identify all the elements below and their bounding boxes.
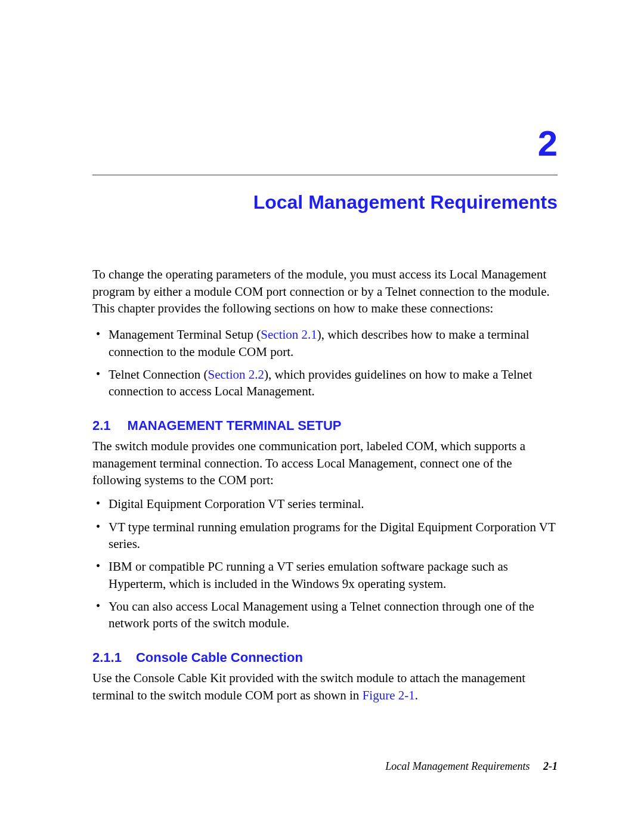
subsection-heading-2-1-1: 2.1.1Console Cable Connection [92,649,558,667]
bullet-text: IBM or compatible PC running a VT series… [109,559,508,590]
section-bullet-list: Digital Equipment Corporation VT series … [92,496,558,631]
bullet-text: Management Terminal Setup ( [109,327,261,342]
page-number: 2-1 [543,760,558,772]
subsection-number: 2.1.1 [92,650,122,665]
xref-link[interactable]: Section 2.2 [208,367,264,382]
chapter-rule [92,175,558,175]
chapter-number: 2 [92,119,558,168]
xref-link[interactable]: Figure 2-1 [363,688,415,702]
section-heading-2-1: 2.1MANAGEMENT TERMINAL SETUP [92,417,558,435]
page-footer: Local Management Requirements 2-1 [385,759,558,773]
chapter-title: Local Management Requirements [92,190,558,215]
list-item: IBM or compatible PC running a VT series… [92,558,558,592]
paragraph-text: . [415,688,418,702]
intro-bullet-list: Management Terminal Setup (Section 2.1),… [92,326,558,400]
list-item: Digital Equipment Corporation VT series … [92,496,558,512]
subsection-paragraph: Use the Console Cable Kit provided with … [92,670,558,704]
section-paragraph: The switch module provides one communica… [92,438,558,488]
list-item: Telnet Connection (Section 2.2), which p… [92,366,558,400]
bullet-text: You can also access Local Management usi… [109,599,534,630]
xref-link[interactable]: Section 2.1 [261,327,317,342]
paragraph-text: Use the Console Cable Kit provided with … [92,671,525,702]
subsection-title: Console Cable Connection [136,650,303,665]
list-item: You can also access Local Management usi… [92,598,558,632]
intro-paragraph: To change the operating parameters of th… [92,266,558,317]
bullet-text: Digital Equipment Corporation VT series … [109,497,364,511]
section-title: MANAGEMENT TERMINAL SETUP [128,418,342,433]
footer-title: Local Management Requirements [385,760,530,772]
list-item: VT type terminal running emulation progr… [92,519,558,553]
section-number: 2.1 [92,418,111,433]
bullet-text: VT type terminal running emulation progr… [109,520,555,551]
bullet-text: Telnet Connection ( [109,367,208,382]
list-item: Management Terminal Setup (Section 2.1),… [92,326,558,360]
